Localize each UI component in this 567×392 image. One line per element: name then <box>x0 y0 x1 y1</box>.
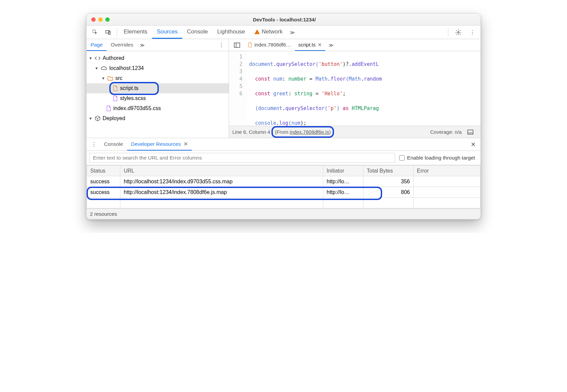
drawer-status: 2 resources <box>87 208 480 219</box>
col-url[interactable]: URL <box>120 166 323 176</box>
pane-tab-page[interactable]: Page <box>87 39 107 51</box>
tree-host[interactable]: ▼ localhost:1234 <box>87 63 229 73</box>
file-icon <box>248 42 252 47</box>
status-coverage: Coverage: n/a <box>430 129 462 135</box>
navigator-pane: Page Overrides ≫ ⋮ ▼ Authored ▼ localhos… <box>87 39 229 138</box>
drawer-body: Enable loading through target Status URL… <box>87 151 480 208</box>
tab-elements[interactable]: Elements <box>119 26 152 39</box>
tab-console[interactable]: Console <box>182 26 212 39</box>
table-row <box>87 198 480 208</box>
sourcemap-link[interactable]: index.7808df6e.js <box>290 129 329 135</box>
svg-rect-1 <box>106 30 109 33</box>
col-error[interactable]: Error <box>414 166 480 176</box>
editor-tab-script-label: script.ts <box>298 42 316 47</box>
tab-network[interactable]: Network <box>250 26 287 39</box>
pane-tab-overrides[interactable]: Overrides <box>107 39 137 51</box>
editor-pane: index.7808df6… script.ts ✕ ≫ 123456 docu… <box>229 39 480 138</box>
enable-loading-checkbox[interactable]: Enable loading through target <box>399 155 478 161</box>
col-initiator[interactable]: Initiator <box>323 166 363 176</box>
devtools-window: DevTools - localhost:1234/ Elements Sour… <box>86 13 481 219</box>
tree-deployed-label: Deployed <box>103 113 125 123</box>
tab-sources-label: Sources <box>157 28 178 35</box>
folder-icon <box>107 76 113 81</box>
toggle-navigator-icon[interactable] <box>230 42 244 48</box>
gutter: 123456 <box>229 51 247 126</box>
tree-authored[interactable]: ▼ Authored <box>87 53 229 63</box>
drawer-tabs: ⋮ Console Developer Resources ✕ ✕ <box>87 138 480 151</box>
svg-rect-4 <box>234 43 240 47</box>
device-toggle-icon[interactable] <box>102 29 115 35</box>
status-linecol: Line 6, Column 4 <box>232 129 270 135</box>
tab-sources[interactable]: Sources <box>152 26 182 39</box>
pane-kebab-icon[interactable]: ⋮ <box>215 42 227 48</box>
close-tab-icon[interactable]: ✕ <box>318 42 322 48</box>
tree-file-script-label: script.ts <box>120 83 138 93</box>
tab-lighthouse[interactable]: Lighthouse <box>213 26 250 39</box>
tree-file-script[interactable]: script.ts <box>87 83 229 93</box>
table-row[interactable]: success http://localhost:1234/index.d970… <box>87 176 480 187</box>
pane-more-icon[interactable]: ≫ <box>137 42 147 48</box>
file-tree: ▼ Authored ▼ localhost:1234 ▼ src script… <box>87 51 229 138</box>
code-editor[interactable]: 123456 document.querySelector('button')?… <box>229 51 480 126</box>
kebab-menu-icon[interactable]: ⋮ <box>466 29 478 35</box>
package-icon <box>95 115 101 121</box>
file-icon <box>113 85 118 91</box>
drawer-kebab-icon[interactable]: ⋮ <box>88 141 100 148</box>
tree-file-indexcss[interactable]: index.d9703d55.css <box>87 103 229 113</box>
editor-tab-index[interactable]: index.7808df6… <box>244 39 294 51</box>
tree-file-styles[interactable]: styles.scss <box>87 93 229 103</box>
drawer-tab-console-label: Console <box>104 141 123 147</box>
pane-tab-overrides-label: Overrides <box>111 42 133 48</box>
resources-table: Status URL Initiator Total Bytes Error s… <box>87 165 480 208</box>
tree-folder-src[interactable]: ▼ src <box>87 73 229 83</box>
tab-lighthouse-label: Lighthouse <box>217 28 245 35</box>
close-drawer-icon[interactable]: ✕ <box>467 141 479 148</box>
svg-point-3 <box>458 31 459 33</box>
editor-status-bar: Line 6, Column 4 (From index.7808df6e.js… <box>229 126 480 138</box>
file-icon <box>106 105 111 111</box>
drawer-tab-devres-label: Developer Resources <box>131 141 181 147</box>
status-from: (From index.7808df6e.js) <box>273 128 332 136</box>
drawer-tab-console[interactable]: Console <box>100 138 127 151</box>
col-bytes[interactable]: Total Bytes <box>363 166 414 176</box>
code-content: document.querySelector('button')?.addEve… <box>247 51 382 126</box>
table-row[interactable]: success http://localhost:1234/index.7808… <box>87 187 480 198</box>
code-icon <box>95 55 101 61</box>
tab-network-label: Network <box>262 28 282 35</box>
enable-loading-checkbox-input[interactable] <box>399 155 405 161</box>
svg-rect-6 <box>468 130 473 134</box>
bottom-drawer-icon[interactable] <box>464 129 477 135</box>
col-status[interactable]: Status <box>87 166 120 176</box>
main-tabs: Elements Sources Console Lighthouse Netw… <box>87 26 480 39</box>
tree-deployed[interactable]: ▼ Deployed <box>87 113 229 123</box>
editor-tab-script[interactable]: script.ts ✕ <box>295 39 325 51</box>
file-icon <box>113 95 118 101</box>
more-tabs-icon[interactable]: ≫ <box>287 30 298 35</box>
tab-elements-label: Elements <box>124 28 147 35</box>
warning-icon <box>254 29 260 34</box>
drawer-tab-devres[interactable]: Developer Resources ✕ <box>127 138 192 151</box>
window-title: DevTools - localhost:1234/ <box>93 17 476 22</box>
inspect-icon[interactable] <box>89 29 102 35</box>
tree-file-indexcss-label: index.d9703d55.css <box>113 103 161 113</box>
titlebar: DevTools - localhost:1234/ <box>87 14 480 26</box>
tab-console-label: Console <box>187 28 208 35</box>
enable-loading-label: Enable loading through target <box>407 155 475 161</box>
tree-host-label: localhost:1234 <box>109 63 144 73</box>
settings-icon[interactable] <box>452 29 465 36</box>
drawer-status-label: 2 resources <box>90 211 117 217</box>
close-drawer-tab-icon[interactable]: ✕ <box>184 141 188 147</box>
tree-folder-src-label: src <box>115 73 122 83</box>
cloud-icon <box>101 65 107 71</box>
editor-tab-index-label: index.7808df6… <box>254 42 291 47</box>
tree-file-styles-label: styles.scss <box>120 93 146 103</box>
editor-more-tabs-icon[interactable]: ≫ <box>326 42 336 48</box>
tree-authored-label: Authored <box>103 53 124 63</box>
resource-search-input[interactable] <box>89 153 395 163</box>
pane-tab-page-label: Page <box>91 42 103 48</box>
